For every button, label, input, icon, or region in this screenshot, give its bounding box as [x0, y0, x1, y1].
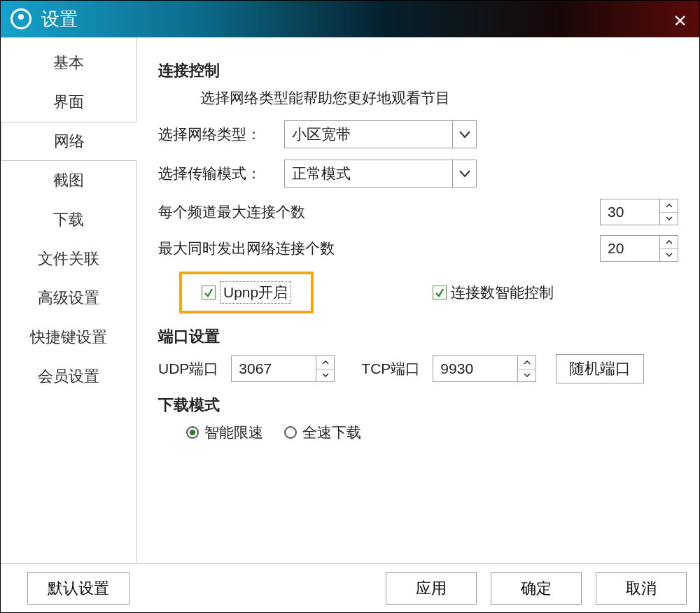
max-out-spinner[interactable]: 20 [600, 235, 678, 262]
udp-port-spinner[interactable]: 3067 [231, 355, 335, 382]
net-type-select[interactable]: 小区宽带 [284, 120, 477, 148]
radio-full-speed[interactable]: 全速下载 [284, 423, 361, 442]
checkmark-icon [202, 286, 216, 300]
sidebar-item-member[interactable]: 会员设置 [1, 357, 136, 396]
sidebar-item-advanced[interactable]: 高级设置 [1, 279, 136, 318]
radio-off-icon [284, 426, 297, 439]
net-type-value: 小区宽带 [285, 125, 452, 144]
max-chan-spinner[interactable]: 30 [600, 199, 678, 225]
settings-window: 设置 × 基本 界面 网络 截图 下载 文件关联 高级设置 快捷键设置 会员设置… [0, 0, 700, 613]
close-icon[interactable]: × [673, 8, 687, 34]
ok-button[interactable]: 确定 [491, 572, 582, 605]
upnp-highlight: Upnp开启 [179, 272, 314, 313]
random-port-button[interactable]: 随机端口 [556, 354, 644, 383]
spinner-up-icon[interactable] [316, 356, 334, 369]
radio-smart-limit[interactable]: 智能限速 [186, 423, 263, 442]
max-chan-label: 每个频道最大连接个数 [158, 202, 305, 222]
sidebar-item-screenshot[interactable]: 截图 [1, 161, 136, 200]
udp-label: UDP端口 [158, 359, 218, 379]
net-type-label: 选择网络类型： [158, 125, 284, 144]
titlebar: 设置 × [1, 1, 699, 37]
max-out-value: 20 [601, 240, 659, 257]
spinner-down-icon[interactable] [518, 369, 536, 382]
spinner-down-icon[interactable] [660, 249, 678, 262]
sidebar-item-network[interactable]: 网络 [1, 122, 137, 161]
tcp-label: TCP端口 [361, 359, 420, 379]
sidebar: 基本 界面 网络 截图 下载 文件关联 高级设置 快捷键设置 会员设置 [1, 38, 137, 563]
sidebar-item-ui[interactable]: 界面 [1, 83, 136, 122]
sidebar-item-basic[interactable]: 基本 [1, 43, 136, 83]
spinner-up-icon[interactable] [660, 236, 678, 249]
trans-mode-select[interactable]: 正常模式 [284, 160, 477, 188]
section-port: 端口设置 [158, 326, 678, 347]
radio-smart-label: 智能限速 [204, 423, 263, 442]
cancel-button[interactable]: 取消 [596, 572, 687, 605]
checkmark-icon [433, 286, 447, 300]
sidebar-item-download[interactable]: 下载 [1, 200, 136, 239]
sidebar-item-hotkey[interactable]: 快捷键设置 [1, 318, 136, 357]
smart-conn-checkbox[interactable]: 连接数智能控制 [433, 283, 554, 302]
main-panel: 连接控制 选择网络类型能帮助您更好地观看节目 选择网络类型： 小区宽带 选择传输… [137, 38, 699, 563]
spinner-up-icon[interactable] [660, 199, 678, 213]
chevron-down-icon[interactable] [452, 160, 476, 187]
chevron-down-icon[interactable] [452, 121, 476, 148]
max-out-label: 最大同时发出网络连接个数 [158, 239, 335, 258]
spinner-buttons [659, 236, 678, 261]
connection-desc: 选择网络类型能帮助您更好地观看节目 [200, 88, 678, 108]
app-logo-icon [10, 8, 31, 29]
upnp-label: Upnp开启 [220, 281, 291, 304]
sidebar-item-file-assoc[interactable]: 文件关联 [1, 239, 136, 279]
radio-full-label: 全速下载 [302, 423, 361, 442]
smart-conn-label: 连接数智能控制 [451, 283, 554, 302]
default-settings-button[interactable]: 默认设置 [27, 572, 130, 605]
trans-mode-value: 正常模式 [285, 164, 452, 183]
udp-port-value: 3067 [232, 360, 316, 377]
spinner-down-icon[interactable] [316, 369, 334, 382]
trans-mode-label: 选择传输模式： [158, 164, 284, 183]
footer: 默认设置 应用 确定 取消 [1, 563, 699, 612]
radio-on-icon [186, 426, 199, 439]
section-download-mode: 下载模式 [158, 395, 678, 416]
tcp-port-value: 9930 [433, 360, 517, 377]
tcp-port-spinner[interactable]: 9930 [433, 355, 536, 382]
section-connection: 连接控制 [158, 60, 678, 81]
window-title: 设置 [41, 7, 78, 31]
spinner-buttons [517, 356, 536, 381]
apply-button[interactable]: 应用 [386, 572, 477, 605]
spinner-buttons [659, 199, 678, 225]
max-chan-value: 30 [601, 204, 659, 220]
spinner-down-icon[interactable] [660, 213, 678, 225]
spinner-buttons [316, 356, 334, 381]
upnp-checkbox[interactable]: Upnp开启 [202, 281, 291, 304]
body: 基本 界面 网络 截图 下载 文件关联 高级设置 快捷键设置 会员设置 连接控制… [1, 37, 699, 563]
spinner-up-icon[interactable] [518, 356, 536, 369]
